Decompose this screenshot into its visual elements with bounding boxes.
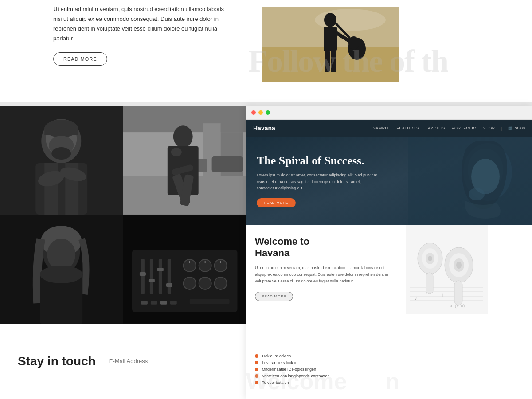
- svg-rect-66: [160, 301, 167, 305]
- svg-point-32: [173, 125, 192, 148]
- browser-dot-yellow: [258, 110, 263, 115]
- svg-rect-10: [331, 50, 336, 72]
- hero-content: The Spiral of Success. Lorem ipsum dolor…: [257, 154, 381, 207]
- nav-features[interactable]: FEATURES: [396, 126, 419, 130]
- photo-blonde-woman: [0, 215, 123, 324]
- svg-rect-54: [166, 283, 172, 287]
- guitar-background: [262, 7, 399, 82]
- bearded-man-svg: [0, 106, 123, 215]
- hero-read-more-button[interactable]: READ MORE: [257, 198, 296, 207]
- stay-touch-title: Stay in touch: [18, 354, 96, 368]
- nav-divider: |: [501, 125, 502, 131]
- photo-grid: [0, 106, 246, 324]
- havana-welcome-section: Welcome to Havana Ut enim ad minim venia…: [246, 225, 532, 349]
- top-read-more-button[interactable]: READ MORE: [53, 52, 107, 66]
- main-area: Stay in touch Havana SAMPLE FEATURES LAY…: [0, 106, 532, 399]
- welcome-text: Ut enim ad minim veniam, quis nostrud ex…: [255, 265, 397, 285]
- woman-street-svg: [123, 106, 246, 215]
- top-section: Ut enim ad minim veniam, quis nostrud ex…: [0, 0, 532, 102]
- feature-item-2: Ondermaatse ICT-oplossingen: [255, 367, 523, 372]
- feature-text-4: Te veel betalen: [262, 380, 289, 385]
- feature-dot-0: [255, 354, 258, 358]
- top-paragraph: Ut enim ad minim veniam, quis nostrud ex…: [53, 4, 231, 43]
- svg-point-44: [40, 266, 82, 283]
- svg-point-18: [51, 147, 71, 160]
- top-left-content: Ut enim ad minim veniam, quis nostrud ex…: [0, 0, 248, 102]
- guitar-player-svg: [262, 7, 399, 82]
- browser-dot-green: [266, 110, 270, 115]
- svg-point-37: [171, 148, 181, 156]
- hero-background-image: [408, 137, 532, 225]
- svg-point-87: [428, 256, 432, 261]
- guitar-player-image: [262, 7, 399, 82]
- svg-point-59: [199, 277, 211, 289]
- browser-window: Havana SAMPLE FEATURES LAYOUTS PORTFOLIO…: [246, 106, 532, 399]
- svg-rect-1: [262, 47, 399, 82]
- svg-rect-67: [170, 301, 176, 305]
- welcome-title-line2: Havana: [255, 247, 289, 258]
- havana-hero-section: The Spiral of Success. Lorem ipsum dolor…: [246, 137, 532, 225]
- separator-band: [0, 102, 532, 106]
- svg-rect-31: [211, 156, 243, 172]
- feature-dot-2: [255, 368, 258, 371]
- browser-chrome: [246, 106, 532, 120]
- welcome-title: Welcome to Havana: [255, 236, 397, 259]
- feature-item-1: Leveranciers lock-in: [255, 360, 523, 365]
- features-list: Gekleurd advies Leveranciers lock-in Ond…: [246, 349, 532, 391]
- svg-rect-53: [157, 268, 163, 271]
- dj-mixer-svg: [123, 215, 246, 324]
- svg-text:♩: ♩: [441, 293, 443, 298]
- svg-point-60: [214, 277, 227, 289]
- nav-shop[interactable]: SHOP: [483, 126, 495, 130]
- top-right-area: Follow the of th: [248, 0, 532, 102]
- feature-item-4: Te veel betalen: [255, 380, 523, 385]
- cart-price: $0.00: [515, 126, 525, 130]
- havana-nav-items: SAMPLE FEATURES LAYOUTS PORTFOLIO SHOP |…: [373, 125, 525, 131]
- hero-title: The Spiral of Success.: [257, 154, 381, 168]
- hero-text: Lorem ipsum dolor sit amet, consectetur …: [257, 172, 381, 191]
- nav-layouts[interactable]: LAYOUTS: [426, 126, 446, 130]
- feature-text-0: Gekleurd advies: [262, 354, 291, 358]
- welcome-right-image: ♪ ♫ ♩ a=(v-u): [406, 225, 532, 349]
- welcome-read-more-button[interactable]: READ MORE: [255, 292, 293, 301]
- svg-point-91: [456, 262, 462, 269]
- svg-point-73: [469, 188, 485, 200]
- svg-rect-92: [454, 281, 462, 305]
- svg-rect-64: [141, 301, 147, 305]
- nav-sample[interactable]: SAMPLE: [373, 126, 391, 130]
- earphones-image: ♪ ♫ ♩ a=(v-u): [406, 225, 488, 314]
- hero-face-svg: [408, 137, 532, 225]
- havana-navbar: Havana SAMPLE FEATURES LAYOUTS PORTFOLIO…: [246, 120, 532, 137]
- svg-rect-52: [148, 279, 154, 282]
- browser-dot-red: [251, 110, 256, 115]
- feature-text-3: Vastzitten aan langlopende contracten: [262, 374, 329, 378]
- blonde-woman-svg: [0, 215, 123, 324]
- svg-rect-20: [44, 163, 58, 215]
- cart-icon: 🛒: [508, 126, 513, 130]
- feature-text-2: Ondermaatse ICT-oplossingen: [262, 367, 316, 372]
- feature-dot-4: [255, 381, 258, 384]
- svg-rect-65: [150, 301, 157, 305]
- svg-rect-50: [167, 259, 171, 294]
- svg-rect-68: [189, 299, 229, 304]
- havana-logo: Havana: [253, 125, 373, 132]
- welcome-title-line1: Welcome to: [255, 236, 309, 247]
- nav-portfolio[interactable]: PORTFOLIO: [451, 126, 476, 130]
- svg-rect-47: [141, 259, 144, 294]
- photo-dj-mixer: [123, 215, 246, 324]
- cart-area[interactable]: 🛒 $0.00: [508, 126, 525, 130]
- welcome-left-content: Welcome to Havana Ut enim ad minim venia…: [246, 225, 406, 349]
- feature-item-3: Vastzitten aan langlopende contracten: [255, 374, 523, 378]
- svg-rect-93: [426, 273, 433, 294]
- svg-rect-4: [324, 27, 337, 51]
- email-input[interactable]: [109, 354, 198, 368]
- svg-text:♪: ♪: [415, 294, 418, 301]
- feature-dot-1: [255, 361, 258, 364]
- stay-in-touch-section: Stay in touch: [0, 324, 246, 399]
- svg-rect-48: [149, 259, 153, 294]
- feature-item-0: Gekleurd advies: [255, 354, 523, 358]
- photo-bearded-man: [0, 106, 123, 215]
- svg-rect-51: [139, 272, 145, 276]
- svg-point-3: [324, 13, 336, 27]
- feature-text-1: Leveranciers lock-in: [262, 360, 297, 365]
